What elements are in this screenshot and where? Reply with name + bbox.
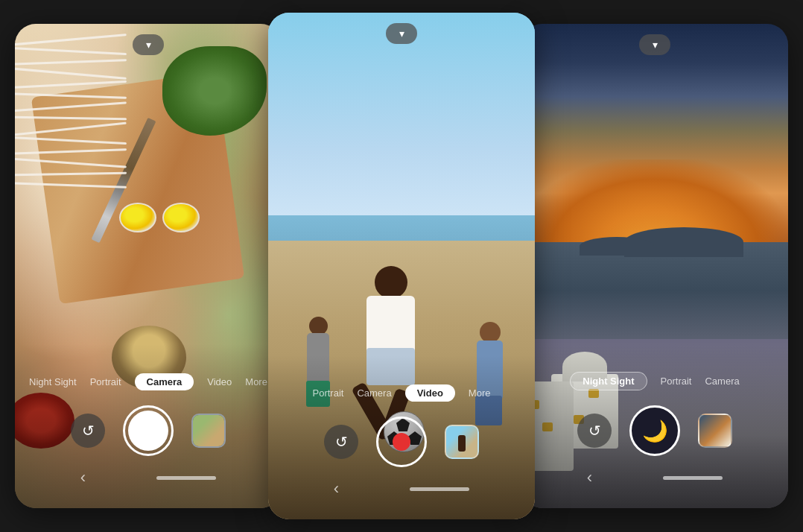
center-mode-more[interactable]: More — [469, 386, 491, 400]
phone-right: ▾ Night Sight Portrait Camera ↺ 🌙 — [521, 24, 788, 508]
right-mode-bar: Night Sight Portrait Camera — [558, 367, 751, 395]
left-shutter-btn[interactable] — [123, 405, 174, 456]
center-mode-bar: Portrait Camera Video More — [301, 380, 503, 406]
right-mode-camera[interactable]: Camera — [705, 374, 739, 388]
center-chevron-btn[interactable]: ▾ — [386, 23, 417, 44]
right-bottom-controls: Night Sight Portrait Camera ↺ 🌙 — [521, 367, 788, 508]
moon-icon: 🌙 — [642, 419, 668, 443]
center-phone-ui: ▾ Portrait Camera Video More ↺ — [268, 13, 535, 519]
right-nav-bar: ‹ — [521, 462, 788, 493]
right-chevron-icon: ▾ — [653, 39, 658, 50]
left-shutter-row: ↺ — [71, 405, 226, 456]
center-top-handle: ▾ — [268, 13, 535, 44]
center-home-pill[interactable] — [410, 487, 469, 491]
left-top-handle: ▾ — [15, 24, 282, 55]
right-flip-icon: ↺ — [588, 422, 601, 440]
phones-container: ▾ Night Sight Portrait Camera Video More… — [0, 0, 803, 532]
center-shutter-btn[interactable] — [376, 417, 427, 467]
center-bottom-controls: Portrait Camera Video More ↺ — [268, 380, 535, 519]
left-chevron-btn[interactable]: ▾ — [133, 34, 164, 55]
right-top-handle: ▾ — [521, 24, 788, 55]
left-mode-more[interactable]: More — [245, 375, 267, 389]
center-mode-portrait[interactable]: Portrait — [313, 386, 344, 400]
left-mode-camera-active[interactable]: Camera — [135, 373, 194, 390]
left-gallery-thumb[interactable] — [191, 414, 226, 448]
left-home-pill[interactable] — [156, 476, 216, 480]
center-shutter-row: ↺ — [324, 417, 479, 467]
right-chevron-btn[interactable]: ▾ — [639, 34, 670, 55]
left-flip-btn[interactable]: ↺ — [71, 414, 105, 448]
right-gallery-thumb[interactable] — [698, 414, 732, 448]
right-shutter-row: ↺ 🌙 — [577, 405, 732, 456]
center-flip-icon: ↺ — [335, 433, 348, 451]
left-phone-ui: ▾ Night Sight Portrait Camera Video More… — [15, 24, 282, 508]
right-phone-ui: ▾ Night Sight Portrait Camera ↺ 🌙 — [521, 24, 788, 508]
right-mode-nightsight-active[interactable]: Night Sight — [570, 372, 647, 390]
center-shutter-record — [393, 433, 410, 451]
center-flip-btn[interactable]: ↺ — [324, 425, 358, 459]
left-flip-icon: ↺ — [82, 422, 95, 440]
center-mode-video-active[interactable]: Video — [405, 384, 455, 402]
center-mode-camera[interactable]: Camera — [357, 386, 391, 400]
right-mode-portrait[interactable]: Portrait — [661, 374, 692, 388]
left-mode-portrait[interactable]: Portrait — [90, 375, 121, 389]
center-back-btn[interactable]: ‹ — [334, 479, 339, 498]
right-back-btn[interactable]: ‹ — [587, 468, 592, 487]
phone-center: ▾ Portrait Camera Video More ↺ — [268, 13, 535, 519]
left-mode-bar: Night Sight Portrait Camera Video More — [17, 369, 279, 395]
center-chevron-icon: ▾ — [399, 28, 404, 39]
left-nav-bar: ‹ — [15, 462, 282, 493]
left-shutter-inner — [128, 411, 168, 451]
right-flip-btn[interactable]: ↺ — [577, 414, 612, 448]
left-back-btn[interactable]: ‹ — [80, 468, 86, 487]
center-gallery-thumb[interactable] — [445, 425, 479, 459]
left-chevron-icon: ▾ — [146, 39, 151, 50]
left-mode-video[interactable]: Video — [207, 375, 232, 389]
right-home-pill[interactable] — [663, 476, 723, 480]
thumb-fig — [458, 435, 466, 452]
left-mode-nightsight[interactable]: Night Sight — [29, 375, 77, 389]
phone-left: ▾ Night Sight Portrait Camera Video More… — [15, 24, 282, 508]
left-bottom-controls: Night Sight Portrait Camera Video More ↺ — [15, 369, 282, 508]
center-nav-bar: ‹ — [268, 473, 535, 504]
right-shutter-btn[interactable]: 🌙 — [629, 405, 680, 456]
